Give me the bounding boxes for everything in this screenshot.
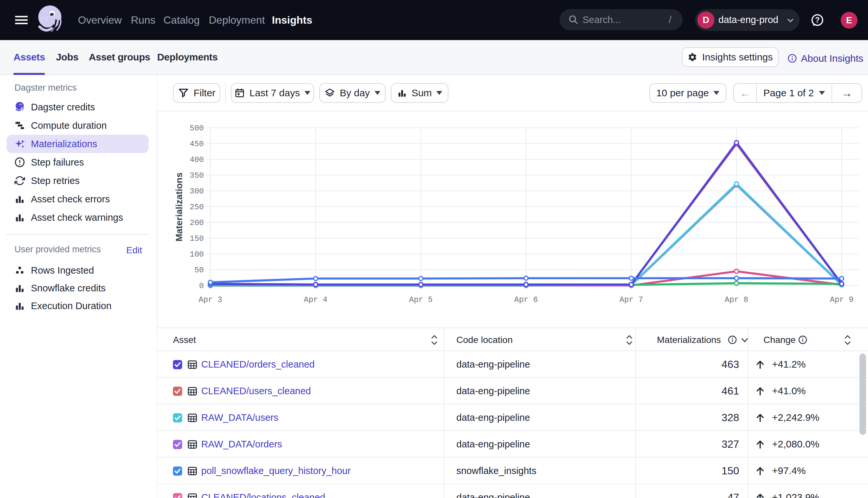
svg-text:400: 400 (190, 155, 204, 164)
svg-text:Apr 4: Apr 4 (304, 295, 328, 304)
svg-text:100: 100 (190, 250, 204, 259)
svg-text:Materializations: Materializations (174, 172, 184, 241)
svg-text:250: 250 (190, 203, 204, 212)
svg-text:?: ? (815, 16, 820, 24)
svg-text:Apr 9: Apr 9 (830, 295, 854, 304)
svg-text:0: 0 (199, 281, 204, 290)
svg-text:500: 500 (190, 124, 204, 133)
svg-text:Apr 5: Apr 5 (409, 295, 433, 304)
svg-text:50: 50 (194, 266, 204, 275)
svg-text:350: 350 (190, 171, 204, 180)
svg-text:200: 200 (190, 219, 204, 227)
svg-text:Apr 3: Apr 3 (199, 295, 222, 304)
svg-text:Apr 8: Apr 8 (725, 295, 748, 304)
svg-text:150: 150 (190, 234, 204, 243)
svg-text:Apr 6: Apr 6 (514, 295, 538, 304)
svg-text:300: 300 (190, 187, 204, 196)
svg-text:Apr 7: Apr 7 (620, 295, 643, 304)
svg-text:450: 450 (190, 140, 204, 148)
